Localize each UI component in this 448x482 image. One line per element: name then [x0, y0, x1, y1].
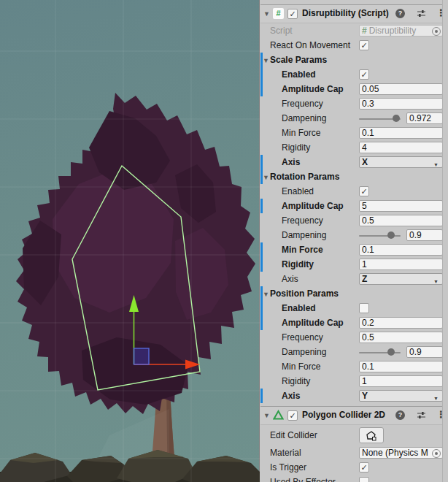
edit-collider-label: Edit Collider: [270, 430, 317, 440]
dampening-slider-thumb[interactable]: [387, 232, 395, 239]
dampening-slider-thumb[interactable]: [393, 115, 400, 122]
frequency-label: Frequency: [282, 99, 323, 109]
react-on-movement-label: React On Movement: [270, 40, 350, 50]
material-row: Material None (Physics M: [260, 445, 443, 460]
frequency-field[interactable]: 0.5: [359, 332, 443, 343]
script-icon: #: [362, 26, 367, 36]
amplitude-cap-label: Amplitude Cap: [282, 84, 344, 94]
object-picker-icon[interactable]: [432, 27, 441, 36]
section-header-position-params[interactable]: ▼Position Params: [260, 286, 443, 301]
min-force-field[interactable]: 0.1: [359, 244, 443, 256]
component-enabled-checkbox[interactable]: ✓: [287, 410, 298, 421]
rotation-params-amplitude-cap-row: Amplitude Cap5: [260, 199, 443, 213]
rigidity-label: Rigidity: [282, 376, 310, 386]
frequency-label: Frequency: [282, 332, 323, 343]
dampening-label: Dampening: [282, 347, 326, 357]
enabled-label: Enabled: [282, 69, 316, 80]
min-force-field[interactable]: 0.1: [359, 361, 443, 372]
disruptibility-header[interactable]: ▼ # ✓ Disruptibility (Script) ? ⋮: [260, 5, 443, 23]
rigidity-field[interactable]: 1: [359, 259, 443, 270]
section-header-rotation-params[interactable]: ▼Rotation Params: [260, 169, 443, 184]
used-by-effector-checkbox[interactable]: [359, 477, 369, 482]
script-row: Script #Disruptibility: [260, 23, 443, 38]
react-on-movement-row: React On Movement ✓: [260, 38, 443, 53]
axis-dropdown[interactable]: X▼: [359, 156, 443, 168]
dropdown-arrow-icon: ▼: [433, 277, 439, 287]
amplitude-cap-field[interactable]: 5: [359, 200, 443, 212]
rotation-params-axis-row: AxisZ▼: [260, 272, 443, 286]
rigidity-field[interactable]: 1: [359, 375, 443, 387]
frequency-field[interactable]: 0.3: [359, 98, 443, 110]
rigidity-field[interactable]: 4: [359, 142, 443, 153]
material-label: Material: [270, 448, 301, 458]
react-on-movement-checkbox[interactable]: ✓: [359, 40, 369, 50]
scrollbar-thumb[interactable]: [444, 1, 447, 475]
position-params-frequency-row: Frequency0.5: [260, 330, 443, 345]
rigidity-label: Rigidity: [282, 142, 310, 153]
foldout-icon[interactable]: ▼: [263, 10, 270, 18]
script-object-field[interactable]: #Disruptibility: [359, 25, 443, 37]
axis-label: Axis: [282, 391, 300, 401]
scene-canvas[interactable]: [0, 0, 260, 482]
component-title: Polygon Collider 2D: [302, 410, 385, 420]
foldout-icon[interactable]: ▼: [263, 291, 269, 298]
material-object-field[interactable]: None (Physics M: [359, 447, 443, 459]
object-picker-icon[interactable]: [432, 449, 441, 458]
dampening-value-field[interactable]: 0.972: [406, 112, 443, 124]
edit-collider-button[interactable]: [359, 427, 384, 443]
component-enabled-checkbox[interactable]: ✓: [287, 9, 298, 19]
position-params-amplitude-cap-row: Amplitude Cap0.2: [260, 315, 443, 330]
amplitude-cap-label: Amplitude Cap: [282, 201, 344, 211]
enabled-checkbox[interactable]: ✓: [359, 186, 369, 196]
axis-dropdown[interactable]: Z▼: [359, 273, 443, 285]
scene-view[interactable]: [0, 0, 260, 482]
param-sections: ▼Scale ParamsEnabled✓Amplitude Cap0.05Fr…: [260, 53, 443, 403]
scale-params-amplitude-cap-row: Amplitude Cap0.05: [260, 82, 443, 96]
help-icon[interactable]: ?: [395, 410, 405, 420]
polygon-collider-header[interactable]: ▼ ✓ Polygon Collider 2D ? ⋮: [260, 407, 443, 425]
dampening-value-field[interactable]: 0.9: [406, 229, 443, 241]
help-icon[interactable]: ?: [395, 9, 405, 18]
dampening-label: Dampening: [282, 230, 326, 240]
axis-label: Axis: [282, 274, 298, 284]
min-force-field[interactable]: 0.1: [359, 127, 443, 139]
axis-dropdown[interactable]: Y▼: [359, 390, 443, 402]
amplitude-cap-field[interactable]: 0.2: [359, 317, 443, 329]
position-params-dampening-row: Dampening0.9: [260, 345, 443, 359]
foldout-icon[interactable]: ▼: [263, 174, 269, 181]
inspector-panel: ▼ # ✓ Disruptibility (Script) ? ⋮ Script…: [260, 0, 448, 482]
position-params-axis-row: AxisY▼: [260, 389, 443, 403]
position-params-enabled-row: Enabled: [260, 301, 443, 315]
min-force-label: Min Force: [282, 128, 320, 138]
enabled-label: Enabled: [282, 186, 314, 196]
enabled-checkbox[interactable]: [359, 303, 369, 313]
is-trigger-checkbox[interactable]: ✓: [359, 462, 369, 473]
scale-params-dampening-row: Dampening0.972: [260, 111, 443, 126]
presets-icon[interactable]: [417, 9, 426, 20]
scale-params-axis-row: AxisX▼: [260, 155, 443, 169]
dampening-label: Dampening: [282, 113, 326, 123]
scale-params-rigidity-row: Rigidity4: [260, 140, 443, 155]
enabled-checkbox[interactable]: ✓: [359, 69, 369, 80]
section-title: Scale Params: [270, 55, 327, 65]
edit-collider-row: Edit Collider: [260, 425, 443, 445]
dampening-value-field[interactable]: 0.9: [406, 346, 443, 358]
section-header-scale-params[interactable]: ▼Scale Params: [260, 53, 443, 67]
axis-label: Axis: [282, 157, 300, 167]
min-force-label: Min Force: [282, 245, 323, 255]
position-params-min-force-row: Min Force0.1: [260, 359, 443, 374]
frequency-field[interactable]: 0.5: [359, 215, 443, 226]
used-by-effector-label: Used By Effector: [270, 477, 336, 482]
presets-icon[interactable]: [417, 410, 426, 422]
foldout-icon[interactable]: ▼: [263, 412, 270, 419]
inspector-scrollbar[interactable]: [442, 0, 448, 482]
scale-params-min-force-row: Min Force0.1: [260, 126, 443, 140]
component-title: Disruptibility (Script): [302, 8, 389, 18]
dampening-slider-thumb[interactable]: [387, 348, 395, 356]
enabled-label: Enabled: [282, 303, 316, 313]
amplitude-cap-field[interactable]: 0.05: [359, 83, 443, 95]
foldout-icon[interactable]: ▼: [263, 57, 269, 64]
gizmo-xy-plane-handle[interactable]: [134, 348, 150, 364]
scale-params-enabled-row: Enabled✓: [260, 67, 443, 82]
polygon-collider-icon: [273, 410, 284, 421]
